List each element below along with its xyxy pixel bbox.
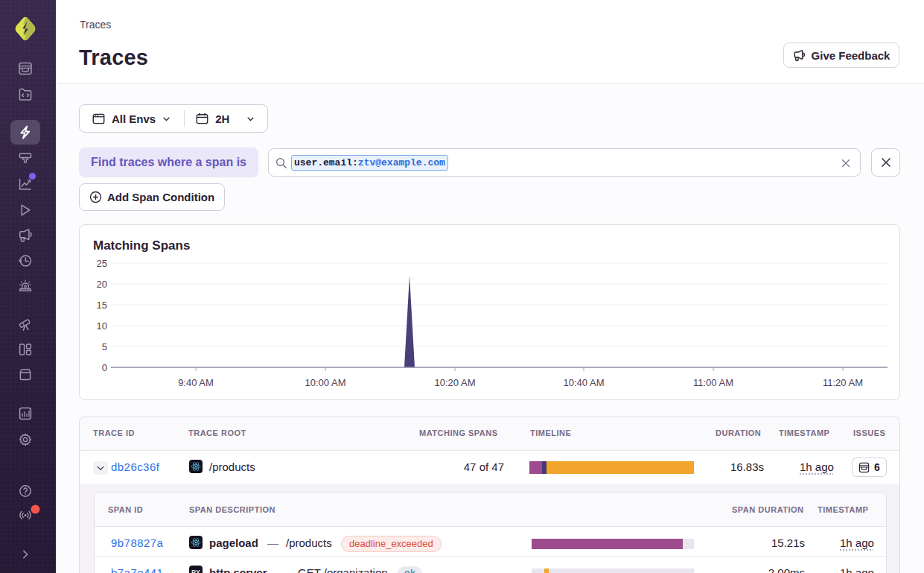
svg-text:10:20 AM: 10:20 AM [435,377,476,388]
svg-text:15: 15 [97,300,107,311]
svg-text:10:40 AM: 10:40 AM [564,377,605,388]
svg-text:25: 25 [97,258,107,269]
svg-text:11:00 AM: 11:00 AM [693,377,733,388]
svg-text:10:00 AM: 10:00 AM [305,377,346,388]
svg-text:5: 5 [102,341,107,352]
svg-text:0: 0 [102,362,107,373]
svg-text:20: 20 [97,279,107,290]
svg-text:9:40 AM: 9:40 AM [178,377,214,388]
svg-text:10: 10 [97,320,107,332]
svg-text:11:20 AM: 11:20 AM [823,377,863,388]
